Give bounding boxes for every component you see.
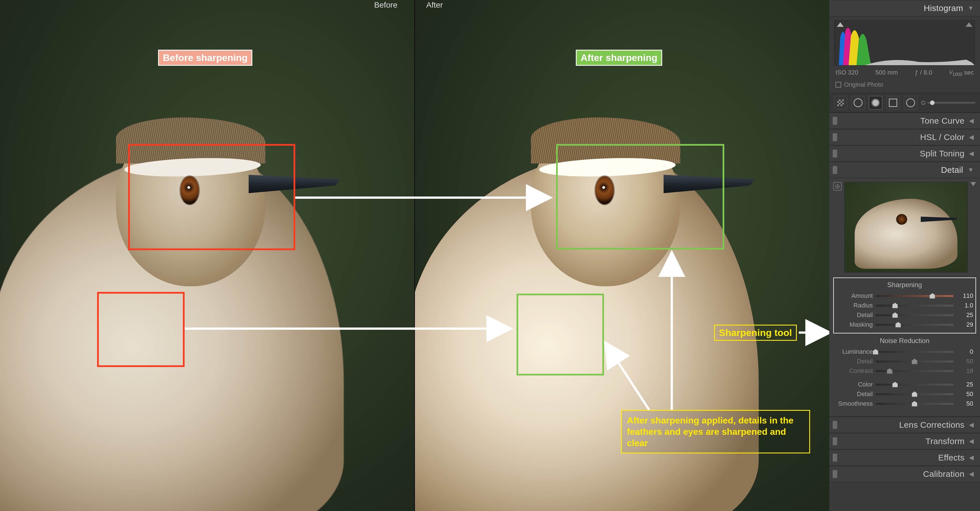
noise-reduction-section: Noise Reduction Luminance 0 Detail 50 Co…: [833, 333, 976, 412]
before-sharpening-badge: Before sharpening: [158, 50, 252, 66]
spot-removal-tool-button[interactable]: [851, 96, 865, 110]
shadow-clipping-indicator[interactable]: [837, 22, 844, 27]
after-sharpening-badge: After sharpening: [576, 50, 662, 66]
tone-curve-panel-header[interactable]: Tone Curve ◀: [829, 113, 980, 129]
hsl-color-title: HSL / Color: [920, 132, 964, 142]
sharpening-detail-row: Detail 25: [835, 310, 974, 320]
before-pane[interactable]: Before: [0, 0, 414, 511]
chevron-left-icon: ◀: [969, 134, 974, 141]
histogram-title: Histogram: [924, 3, 963, 13]
before-label-bar: Before: [0, 0, 414, 10]
original-photo-checkbox[interactable]: [835, 82, 841, 88]
chevron-left-icon: ◀: [969, 117, 974, 124]
detail-preview-disclosure-icon[interactable]: [970, 182, 976, 186]
sharpening-radius-label: Radius: [836, 302, 873, 309]
calibration-toggle[interactable]: [833, 470, 837, 478]
split-toning-toggle[interactable]: [833, 150, 837, 158]
nr-lum-detail-row: Detail 50: [835, 357, 974, 366]
nr-color-label: Color: [836, 381, 873, 388]
nr-contrast-slider[interactable]: [875, 370, 953, 372]
transform-panel-header[interactable]: Transform ◀: [829, 433, 980, 449]
after-label: After: [426, 0, 443, 10]
detail-panel-header[interactable]: Detail ▼: [829, 162, 980, 178]
chevron-left-icon: ◀: [969, 454, 974, 461]
after-feather-region-box: [517, 294, 604, 376]
noise-reduction-title: Noise Reduction: [835, 337, 974, 347]
calibration-panel-header[interactable]: Calibration ◀: [829, 466, 980, 482]
original-photo-row[interactable]: Original Photo: [834, 80, 975, 93]
graduated-filter-tool-button[interactable]: [886, 96, 900, 110]
after-eye-region-box: [556, 144, 724, 250]
hsl-toggle[interactable]: [833, 133, 837, 141]
histogram-panel-header[interactable]: Histogram ▼: [829, 0, 980, 16]
nr-contrast-label: Contrast: [836, 367, 873, 375]
histogram-panel-body: ISO 320 500 mm ƒ / 8.0 ¹⁄1000 sec Origin…: [829, 16, 980, 93]
nr-contrast-row: Contrast 18: [835, 366, 974, 376]
lens-corrections-panel-header[interactable]: Lens Corrections ◀: [829, 417, 980, 433]
lens-toggle[interactable]: [833, 421, 837, 429]
histogram-chart[interactable]: [834, 20, 975, 65]
nr-contrast-value: 18: [956, 367, 973, 375]
nr-luminance-row: Luminance 0: [835, 347, 974, 357]
highlight-clipping-indicator[interactable]: [966, 22, 972, 27]
nr-luminance-value[interactable]: 0: [956, 348, 973, 355]
sharpening-detail-value[interactable]: 25: [956, 311, 973, 319]
nr-luminance-slider[interactable]: [875, 351, 953, 353]
sharpening-radius-value[interactable]: 1.0: [956, 302, 973, 309]
sharpening-masking-slider[interactable]: [875, 324, 953, 326]
nr-color-value[interactable]: 25: [956, 381, 973, 388]
sharpening-detail-slider[interactable]: [875, 314, 953, 316]
detail-preview-thumbnail[interactable]: [845, 182, 967, 272]
effects-title: Effects: [938, 453, 964, 462]
nr-smoothness-value[interactable]: 50: [956, 400, 973, 408]
nr-color-slider[interactable]: [875, 384, 953, 386]
nr-color-detail-row: Detail 50: [835, 389, 974, 399]
effects-toggle[interactable]: [833, 454, 837, 462]
sharpening-detail-label: Detail: [836, 311, 873, 319]
compare-canvas[interactable]: Before After Before sharpening After sha…: [0, 0, 829, 511]
sharpening-amount-slider[interactable]: [875, 295, 953, 297]
nr-color-detail-value[interactable]: 50: [956, 390, 973, 398]
sharpening-amount-value[interactable]: 110: [956, 292, 973, 299]
brush-size-slider[interactable]: [921, 101, 975, 105]
before-bird-image: [0, 0, 414, 511]
local-adjustments-toolbar: [829, 93, 980, 113]
sharpening-masking-value[interactable]: 29: [956, 321, 973, 328]
nr-color-detail-slider[interactable]: [875, 393, 953, 395]
sharpening-radius-row: Radius 1.0: [835, 301, 974, 310]
hsl-color-panel-header[interactable]: HSL / Color ◀: [829, 129, 980, 145]
nr-smoothness-slider[interactable]: [875, 403, 953, 405]
crop-tool-button[interactable]: [834, 96, 847, 110]
tone-curve-toggle[interactable]: [833, 117, 837, 125]
redeye-tool-button[interactable]: [869, 96, 882, 110]
sharpening-title: Sharpening: [835, 281, 974, 291]
chevron-left-icon: ◀: [969, 470, 974, 478]
explanation-callout: After sharpening applied, details in the…: [621, 410, 810, 454]
nr-smoothness-label: Smoothness: [836, 400, 873, 408]
brush-size-icon: [921, 101, 925, 105]
split-toning-title: Split Toning: [920, 149, 964, 158]
radial-filter-tool-button[interactable]: [904, 96, 917, 110]
detail-panel-body: ⊕ Sharpening Amount 110 Radius 1.0 Detai…: [829, 178, 980, 417]
nr-lum-detail-slider[interactable]: [875, 361, 953, 363]
sharpening-amount-label: Amount: [836, 292, 873, 299]
nr-lum-detail-label: Detail: [836, 358, 873, 365]
detail-toggle[interactable]: [833, 166, 837, 174]
exif-metadata-row: ISO 320 500 mm ƒ / 8.0 ¹⁄1000 sec: [834, 65, 975, 80]
detail-target-picker[interactable]: ⊕: [833, 182, 842, 191]
chevron-left-icon: ◀: [969, 438, 974, 445]
lens-corrections-title: Lens Corrections: [899, 420, 964, 430]
transform-toggle[interactable]: [833, 437, 837, 445]
chevron-left-icon: ◀: [969, 421, 974, 428]
split-toning-panel-header[interactable]: Split Toning ◀: [829, 145, 980, 162]
chevron-left-icon: ◀: [969, 150, 974, 157]
sharpening-radius-slider[interactable]: [875, 305, 953, 307]
nr-color-row: Color 25: [835, 380, 974, 389]
original-photo-label: Original Photo: [844, 81, 883, 88]
effects-panel-header[interactable]: Effects ◀: [829, 449, 980, 466]
sharpening-masking-row: Masking 29: [835, 320, 974, 330]
sharpening-section: Sharpening Amount 110 Radius 1.0 Detail …: [833, 277, 976, 333]
sharpening-amount-row: Amount 110: [835, 291, 974, 301]
transform-title: Transform: [926, 436, 964, 446]
before-feather-region-box: [97, 292, 185, 367]
